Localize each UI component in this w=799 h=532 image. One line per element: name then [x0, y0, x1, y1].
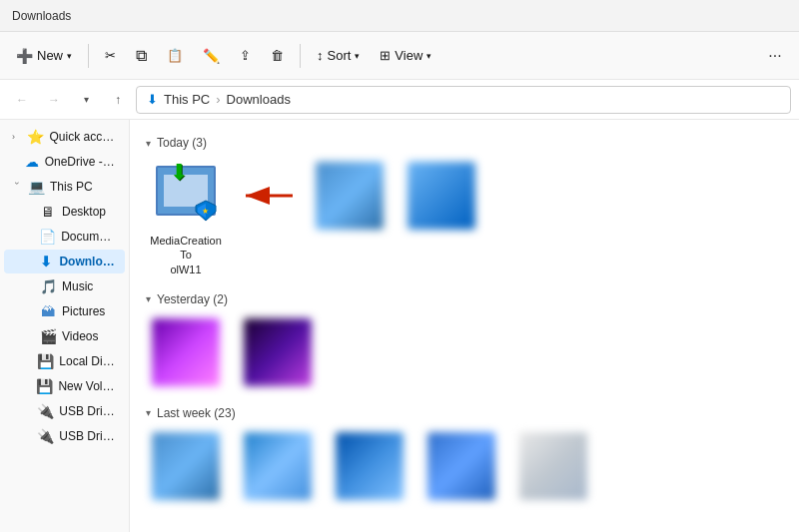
sidebar-item-label: Quick access: [49, 130, 117, 144]
forward-button[interactable]: →: [40, 86, 68, 114]
sidebar: › ⭐ Quick access ☁ OneDrive - Personal ›…: [0, 120, 130, 532]
sidebar-item-label: This PC: [50, 180, 93, 194]
sidebar-item-desktop[interactable]: 🖥 Desktop: [4, 200, 125, 224]
yesterday-chevron-icon[interactable]: ▾: [146, 293, 151, 304]
file-item-today-2[interactable]: [310, 158, 390, 280]
blurred-thumb: [152, 432, 220, 500]
file-item-mct[interactable]: ⬇ ★ MediaCreationToolW11: [146, 158, 226, 280]
recent-button[interactable]: ▾: [72, 86, 100, 114]
last-week-label: Last week (23): [157, 406, 236, 420]
sidebar-item-label: USB Drive (E:): [59, 429, 117, 443]
share-icon: ⇪: [240, 48, 251, 63]
usb-e2-icon: 🔌: [37, 428, 53, 444]
path-separator: ›: [216, 92, 220, 107]
sidebar-item-label: OneDrive - Personal: [45, 155, 117, 169]
expand-icon: ›: [12, 132, 21, 142]
disk-d-icon: 💾: [36, 378, 52, 394]
star-icon: ⭐: [27, 129, 43, 145]
sidebar-item-quick-access[interactable]: › ⭐ Quick access: [4, 125, 125, 149]
delete-button[interactable]: 🗑: [263, 43, 292, 68]
sidebar-item-local-disk-c[interactable]: 💾 Local Disk (C:): [4, 349, 125, 373]
rename-button[interactable]: ✏️: [195, 43, 228, 69]
usb-e1-icon: 🔌: [37, 403, 53, 419]
title-bar: Downloads: [0, 0, 799, 32]
file-item-lw-5[interactable]: [513, 428, 593, 508]
content-area: ▾ Today (3) ⬇ ★: [130, 120, 799, 532]
today-chevron-icon[interactable]: ▾: [146, 138, 151, 149]
back-button[interactable]: ←: [8, 86, 36, 114]
view-dropdown-icon: ▾: [426, 51, 431, 61]
toolbar: ➕ New ▾ ✂ ⧉ 📋 ✏️ ⇪ 🗑 ↕ Sort ▾ ⊞ View ▾ ·…: [0, 32, 799, 80]
address-path[interactable]: ⬇ This PC › Downloads: [136, 86, 791, 114]
copy-button[interactable]: ⧉: [128, 42, 155, 70]
today-files-grid: ⬇ ★ MediaCreationToolW11: [146, 158, 783, 280]
sort-icon: ↕: [317, 48, 324, 63]
music-icon: 🎵: [40, 278, 56, 294]
path-drive-icon: ⬇: [147, 92, 158, 107]
videos-icon: 🎬: [40, 328, 56, 344]
file-item-lw-3[interactable]: [330, 428, 409, 508]
address-bar: ← → ▾ ↑ ⬇ This PC › Downloads: [0, 80, 799, 120]
sort-button[interactable]: ↕ Sort ▾: [309, 43, 368, 68]
last-week-chevron-icon[interactable]: ▾: [146, 407, 151, 418]
file-item-lw-4[interactable]: [421, 428, 501, 508]
yesterday-files-grid: [146, 314, 783, 394]
file-item-yesterday-1[interactable]: [146, 314, 226, 394]
sidebar-item-label: Music: [62, 279, 93, 293]
sidebar-item-this-pc[interactable]: › 💻 This PC: [4, 175, 125, 199]
sidebar-item-pictures[interactable]: 🏔 Pictures: [4, 299, 125, 323]
desktop-icon: 🖥: [40, 204, 56, 220]
sidebar-item-label: Documents: [61, 230, 117, 244]
blurred-thumb: [519, 432, 587, 500]
sidebar-item-new-volume-d[interactable]: 💾 New Volume (D:): [4, 374, 125, 398]
view-button[interactable]: ⊞ View ▾: [372, 43, 439, 68]
sort-label: Sort: [328, 48, 352, 63]
toolbar-divider-1: [88, 44, 89, 68]
new-dropdown-icon: ▾: [67, 51, 72, 61]
sidebar-item-onedrive[interactable]: ☁ OneDrive - Personal: [4, 150, 125, 174]
group-header-last-week[interactable]: ▾ Last week (23): [146, 406, 783, 420]
documents-icon: 📄: [39, 229, 55, 245]
file-item-lw-1[interactable]: [146, 428, 226, 508]
sidebar-item-documents[interactable]: 📄 Documents: [4, 225, 125, 249]
up-button[interactable]: ↑: [104, 86, 132, 114]
sidebar-item-videos[interactable]: 🎬 Videos: [4, 324, 125, 348]
paste-button[interactable]: 📋: [159, 43, 191, 68]
file-item-yesterday-2[interactable]: [238, 314, 318, 394]
share-button[interactable]: ⇪: [232, 43, 259, 68]
copy-icon: ⧉: [136, 47, 147, 65]
group-header-yesterday[interactable]: ▾ Yesterday (2): [146, 292, 783, 306]
path-this-pc: This PC: [164, 92, 210, 107]
main-layout: › ⭐ Quick access ☁ OneDrive - Personal ›…: [0, 120, 799, 532]
yesterday-label: Yesterday (2): [157, 292, 228, 306]
view-icon: ⊞: [380, 48, 391, 63]
group-header-today[interactable]: ▾ Today (3): [146, 136, 783, 150]
cut-icon: ✂: [105, 48, 116, 63]
mct-shield: ★: [194, 199, 218, 228]
view-label: View: [395, 48, 422, 63]
new-button[interactable]: ➕ New ▾: [8, 43, 80, 69]
sidebar-item-label: Pictures: [62, 304, 105, 318]
disk-c-icon: 💾: [37, 353, 53, 369]
cloud-icon: ☁: [25, 154, 39, 170]
sidebar-item-downloads[interactable]: ⬇ Downloads: [4, 250, 125, 273]
sidebar-item-label: New Volume (D:): [58, 379, 117, 393]
sidebar-item-label: Downloads: [59, 255, 117, 268]
computer-icon: 💻: [28, 179, 44, 195]
last-week-files-grid: [146, 428, 783, 508]
sidebar-item-usb-drive-e1[interactable]: 🔌 USB Drive (E:): [4, 399, 125, 423]
expand-icon: ›: [12, 182, 22, 192]
more-options-button[interactable]: ···: [759, 40, 791, 72]
sidebar-item-music[interactable]: 🎵 Music: [4, 274, 125, 298]
sidebar-item-usb-drive-e2[interactable]: 🔌 USB Drive (E:): [4, 424, 125, 448]
blurred-thumb: [316, 162, 384, 230]
red-arrow-container: [238, 162, 298, 230]
file-item-today-3[interactable]: [401, 158, 481, 280]
paste-icon: 📋: [167, 48, 183, 63]
more-icon: ···: [768, 47, 781, 65]
toolbar-divider-2: [300, 44, 301, 68]
cut-button[interactable]: ✂: [97, 43, 124, 68]
file-item-lw-2[interactable]: [238, 428, 318, 508]
blurred-thumb: [427, 432, 495, 500]
blurred-thumb: [336, 432, 403, 500]
